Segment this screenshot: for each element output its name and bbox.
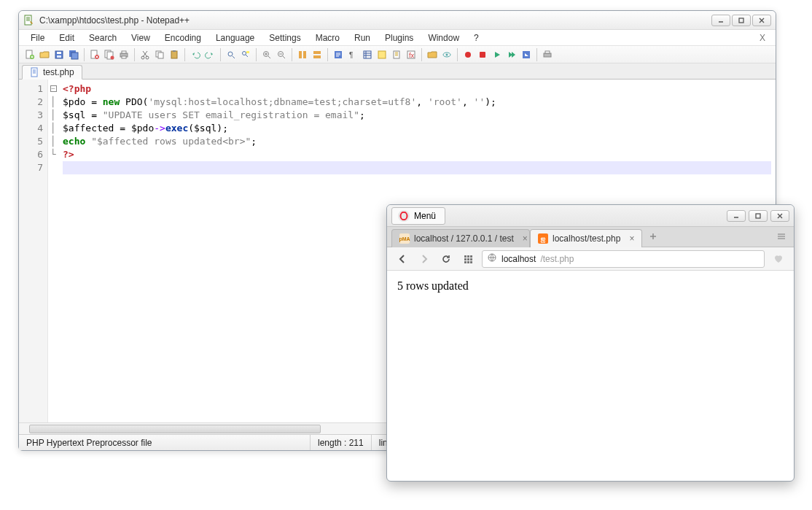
browser-tab-test-php[interactable]: ஐ localhost/test.php × (530, 229, 642, 247)
svg-rect-30 (303, 51, 306, 58)
separator (536, 48, 537, 61)
tab-close-icon[interactable]: × (629, 233, 634, 244)
menu-search[interactable]: Search (82, 31, 124, 45)
separator (184, 48, 185, 61)
separator (457, 48, 458, 61)
play-macro-icon[interactable] (491, 48, 504, 61)
maximize-button[interactable] (732, 15, 751, 26)
menu-run[interactable]: Run (347, 31, 378, 45)
address-bar[interactable]: localhost/test.php (482, 250, 765, 268)
func-list-icon[interactable]: fx (405, 48, 418, 61)
code-token: PDO (125, 96, 142, 107)
doc-map-icon[interactable] (390, 48, 403, 61)
file-tabbar: test.php (19, 63, 776, 80)
redo-icon[interactable] (203, 48, 216, 61)
undo-icon[interactable] (189, 48, 202, 61)
svg-rect-29 (299, 51, 302, 58)
folder-icon[interactable] (426, 48, 439, 61)
open-file-icon[interactable] (38, 48, 51, 61)
scrollbar-thumb[interactable] (29, 425, 321, 433)
zoom-in-icon[interactable] (260, 48, 273, 61)
xampp-favicon-icon: ஐ (538, 233, 548, 244)
forward-button[interactable] (416, 251, 432, 267)
svg-rect-50 (756, 214, 760, 218)
tab-close-icon[interactable]: × (523, 233, 528, 244)
line-number: 7 (19, 161, 43, 174)
svg-rect-32 (313, 55, 321, 58)
menu-help[interactable]: ? (466, 31, 486, 45)
minimize-button[interactable] (711, 15, 730, 26)
monitor-eye-icon[interactable] (440, 48, 453, 61)
window-controls (711, 15, 771, 26)
code-token: = (114, 123, 130, 134)
stop-macro-icon[interactable] (476, 48, 489, 61)
new-file-icon[interactable] (23, 48, 36, 61)
svg-rect-7 (57, 55, 61, 58)
notepadpp-app-icon (23, 15, 35, 26)
fold-column[interactable]: – ││││└ (48, 80, 58, 422)
svg-rect-31 (313, 51, 321, 54)
file-tab-label: test.php (43, 67, 74, 77)
cut-icon[interactable] (138, 48, 152, 61)
sync-v-icon[interactable] (296, 48, 309, 61)
menu-macro[interactable]: Macro (308, 31, 347, 45)
fold-toggle-icon[interactable]: – (50, 85, 57, 92)
save-macro-icon[interactable] (520, 48, 533, 61)
svg-rect-56 (470, 258, 472, 260)
print2-icon[interactable] (541, 48, 554, 61)
save-icon[interactable] (52, 48, 66, 61)
svg-rect-22 (171, 51, 177, 58)
bookmark-heart-icon[interactable] (770, 251, 786, 267)
code-token: exec (165, 123, 188, 134)
menu-window[interactable]: Window (421, 31, 466, 45)
replace-icon[interactable] (239, 48, 252, 61)
user-lang-icon[interactable] (375, 48, 389, 61)
separator (327, 48, 328, 61)
svg-rect-9 (71, 53, 78, 59)
svg-rect-59 (470, 261, 472, 263)
opera-titlebar[interactable]: Menü (387, 205, 794, 227)
menu-plugins[interactable]: Plugins (378, 31, 421, 45)
menu-view[interactable]: View (124, 31, 157, 45)
print-icon[interactable] (117, 48, 130, 61)
file-tab-test-php[interactable]: test.php (22, 65, 82, 80)
minimize-button[interactable] (727, 210, 746, 222)
close-all-icon[interactable] (103, 48, 116, 61)
new-tab-icon[interactable] (645, 228, 661, 247)
menu-encoding[interactable]: Encoding (157, 31, 208, 45)
play-multi-icon[interactable] (505, 48, 518, 61)
window-titlebar[interactable]: C:\xampp\htdocs\test.php - Notepad++ (19, 11, 776, 30)
paste-icon[interactable] (168, 48, 181, 61)
opera-menu-button[interactable]: Menü (391, 207, 445, 225)
menu-settings[interactable]: Settings (262, 31, 308, 45)
sync-h-icon[interactable] (311, 48, 324, 61)
browser-tab-phpmyadmin[interactable]: pMA localhost / 127.0.0.1 / test × (391, 229, 530, 247)
menu-file[interactable]: File (23, 31, 52, 45)
close-button[interactable] (770, 210, 789, 222)
maximize-button[interactable] (749, 210, 768, 222)
code-token: $pdo (63, 96, 85, 107)
menubar-close-icon[interactable]: X (754, 33, 771, 43)
speed-dial-icon[interactable] (460, 251, 476, 267)
svg-rect-6 (57, 52, 61, 54)
code-token: $pdo (131, 123, 154, 134)
show-all-chars-icon[interactable]: ¶ (346, 48, 359, 61)
tab-menu-icon[interactable] (773, 228, 789, 247)
record-macro-icon[interactable] (461, 48, 475, 61)
back-button[interactable] (394, 251, 410, 267)
close-file-icon[interactable] (88, 48, 101, 61)
reload-button[interactable] (438, 251, 454, 267)
code-token: $sql (63, 109, 85, 120)
close-button[interactable] (752, 15, 771, 26)
menu-language[interactable]: Language (208, 31, 262, 45)
separator (134, 48, 135, 61)
find-icon[interactable] (225, 48, 238, 61)
copy-icon[interactable] (153, 48, 166, 61)
phpmyadmin-favicon-icon: pMA (399, 233, 410, 244)
save-all-icon[interactable] (67, 48, 80, 61)
indent-guide-icon[interactable] (361, 48, 374, 61)
zoom-out-icon[interactable] (275, 48, 288, 61)
wordwrap-icon[interactable] (332, 48, 345, 61)
svg-point-41 (446, 53, 448, 55)
menu-edit[interactable]: Edit (52, 31, 82, 45)
